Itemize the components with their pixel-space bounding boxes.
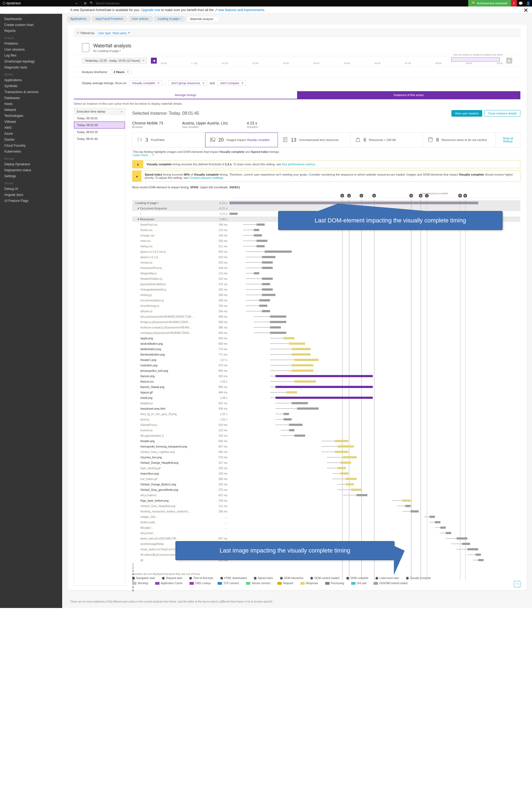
timing-marker[interactable]: 1 <box>340 194 344 198</box>
timing-marker[interactable]: 8 <box>458 194 462 198</box>
sidebar-item[interactable]: Create custom chart <box>0 22 62 28</box>
sidebar-item[interactable]: VMware <box>0 119 62 125</box>
waterfall-row[interactable]: /dtagentApi.js115 ms <box>132 271 520 276</box>
sidebar-item[interactable]: Azure <box>0 131 62 137</box>
waterfall-row[interactable]: /banner_Hawaii.png895 ms <box>132 384 520 389</box>
sidebar-item[interactable]: Kubernetes <box>0 148 62 155</box>
waterfall-row[interactable]: /pixel_main.jsf;v3331588c796…847 ms <box>132 536 520 541</box>
finding-tile[interactable]: 6Resources > 100 kB <box>350 132 423 147</box>
waterfall-row[interactable]: /resorttimings.js228 ms <box>132 303 520 308</box>
filter-chip[interactable]: User type: Real users✕ <box>96 31 132 35</box>
waterfall-row[interactable]: /icefaces-compat.js;pfl;jsessionid=8E469… <box>132 325 520 330</box>
sidebar-item[interactable]: Reports <box>0 28 62 34</box>
waterfall-row[interactable]: /Verlauf_Grau_Loginbox.png485 ms <box>132 449 520 455</box>
waterfall-row[interactable]: /header1.png1.07 s <box>132 357 520 363</box>
learn-more-link[interactable]: Learn more… ↗ <box>133 153 154 157</box>
user-icon[interactable]: 👤 <box>525 1 532 5</box>
time-range-select[interactable]: Yesterday, 22:25 - today, 10:25 (12 hour… <box>82 58 147 63</box>
waterfall-row[interactable]: /rating.css211 ms <box>132 243 520 249</box>
waterfall-row[interactable]: /header.png505 ms <box>132 438 520 444</box>
waterfall-row[interactable]: /facebookbutton.png771 ms <box>132 352 520 357</box>
waterfall-row[interactable]: /Journey_box.png579 ms <box>132 455 520 460</box>
waterfall-row[interactable]: /booking_transaction_textbox_medium1…206… <box>132 509 520 514</box>
waterfall-row[interactable]: /menupunkt_trennung_transparent.png687 m… <box>132 444 520 449</box>
waterfall-row[interactable]: /lib-gapi;isloaded_0333 ms <box>132 433 520 438</box>
waterfall-row[interactable]: /version.js325 ms <box>132 260 520 265</box>
sidebar-item[interactable]: Log files <box>0 53 62 58</box>
waterfall-row[interactable]: /favicon.ico1.03 s <box>132 379 520 384</box>
timing-marker[interactable]: 1 <box>132 563 520 566</box>
waterfall-row[interactable]: /androidbutton.png688 ms <box>132 341 520 346</box>
waterfall-row[interactable]: /rssbutton.png879 ms <box>132 363 520 368</box>
sidebar-item[interactable]: Synthetic <box>0 83 62 89</box>
timeframe-select[interactable]: 2 Hours <box>111 69 132 75</box>
sidebar-item[interactable]: Dashboards <box>0 16 62 22</box>
waterfall-row[interactable]: /banner.png910 ms <box>132 374 520 379</box>
waterfall-row[interactable]: /pfusion.js264 ms <box>132 308 520 314</box>
waterfall-row[interactable]: /spacer.gif494 ms <box>132 389 520 395</box>
timing-marker[interactable]: 5 <box>132 576 520 579</box>
close-instance-button[interactable]: Close instance details <box>484 110 520 116</box>
sidebar-item[interactable]: Docker <box>0 137 62 143</box>
timing-marker[interactable]: 3 <box>132 569 520 573</box>
brand-logo[interactable]: dynatrace <box>0 1 23 5</box>
timing-marker[interactable]: 9 <box>463 194 467 198</box>
waterfall-row[interactable]: /all.js;hash…… <box>132 530 520 536</box>
waterfall-row[interactable]: /Verlauf_Grau_Hauptfeld.png111 ms <box>132 503 520 509</box>
waterfall-row[interactable]: /changedetectionlib.js326 ms <box>132 287 520 292</box>
crumb[interactable]: Loading of page / <box>154 16 184 22</box>
content-settings-link[interactable]: Content resource settings. <box>189 176 224 179</box>
waterfall-row[interactable]: /all.js;redirect;422 ms <box>132 492 520 498</box>
waterfall-row[interactable]: /cal_button.gif366 ms <box>132 476 520 482</box>
waterfall-row[interactable]: /jquerysfixed.idletid.js276 ms <box>132 282 520 287</box>
remove-chip-icon[interactable]: ✕ <box>128 31 130 35</box>
instance-row[interactable]: Today, 09:01:45 <box>74 122 125 128</box>
finding-tile[interactable]: 20Images impact Visually complete <box>205 132 278 147</box>
focus-select[interactable]: Visually complete <box>129 80 162 86</box>
waterfall-row[interactable]: /easytravel-amp.html936 ms <box>132 406 520 411</box>
sidebar-item[interactable]: Debug UI <box>0 186 62 192</box>
waterfall-row[interactable]: /jquery-ui-1.8.2.min.js693 ms <box>132 249 520 254</box>
time-prev-button[interactable]: ◀ <box>151 58 157 63</box>
crumb[interactable]: Waterfall analysis <box>187 16 217 22</box>
waterfall-row[interactable]: /Verlauf_Grau_ganzeBreite.png375 ms <box>132 487 520 492</box>
tab-average[interactable]: Average timings <box>74 91 297 99</box>
waterfall-row[interactable]: /jsf.js;jsf;jsessionid=8E4698C23939C71A8… <box>132 314 520 319</box>
time-selection[interactable] <box>451 57 500 62</box>
waterfall-row[interactable]: /searchbox.png159 ms <box>132 471 520 476</box>
achievement-banner[interactable]: 🏆Achievement unlocked! <box>468 0 511 6</box>
sidebar-item[interactable]: Hosts <box>0 101 62 107</box>
sidebar-item[interactable]: Applications <box>0 77 62 83</box>
sidebar-item[interactable]: Smartscape topology <box>0 58 62 65</box>
timing-marker[interactable]: 4 <box>132 573 520 576</box>
close-banner-icon[interactable]: ✕ <box>524 7 528 14</box>
instance-row[interactable]: Today, 08:53:18 <box>74 128 125 135</box>
timeline[interactable]: Click the timeline to change the analysi… <box>160 57 502 65</box>
waterfall-row[interactable]: /frameworkProd.js334 ms <box>132 265 520 271</box>
waterfall-row[interactable]: /button.eadf…… <box>132 520 520 525</box>
sidebar-item[interactable]: Transactions & services <box>0 89 62 95</box>
waterfall-row[interactable]: /twitterbutton.png774 ms <box>132 346 520 352</box>
timing-marker[interactable]: 3 <box>360 194 363 198</box>
instance-row[interactable]: Today, 09:16:01 <box>74 115 125 122</box>
view-session-button[interactable]: View user session <box>452 110 482 116</box>
waterfall-row[interactable]: /lupe_backing.gif233 ms <box>132 466 520 471</box>
sidebar-item[interactable]: Deploy Dynatrace <box>0 161 62 167</box>
sidebar-item[interactable]: Diagnostic tools <box>0 65 62 70</box>
waterfall-row[interactable]: /bridge.js;pfl;jsessionid=8E4698C23939…5… <box>132 319 520 325</box>
waterfall-row[interactable]: /Verlauf_Orange_Button1.png202 ms <box>132 482 520 487</box>
help-button[interactable]: ? <box>514 581 520 587</box>
timing-marker[interactable]: 2 <box>132 566 520 569</box>
waterfall-row[interactable]: /orange.css136 ms <box>132 233 520 238</box>
dashboard-icon[interactable]: ▦ <box>84 1 88 5</box>
key-metrics-link[interactable]: Key performance metrics. <box>282 163 316 166</box>
group-select[interactable]: don't group resources <box>168 80 207 86</box>
sidebar-item[interactable]: Databases <box>0 95 62 101</box>
search-input[interactable] <box>96 2 144 5</box>
sidebar-item[interactable]: User sessions <box>0 47 62 53</box>
instance-list-header[interactable]: Execution time stamp <box>74 108 125 115</box>
instance-row[interactable]: Today, 08:41:44 <box>74 135 125 142</box>
waterfall-row[interactable]: /widgets.js601 ms <box>132 400 520 406</box>
sidebar-item[interactable]: Network <box>0 107 62 113</box>
waterfall-row[interactable]: /icorrect.js115 ms <box>132 428 520 433</box>
